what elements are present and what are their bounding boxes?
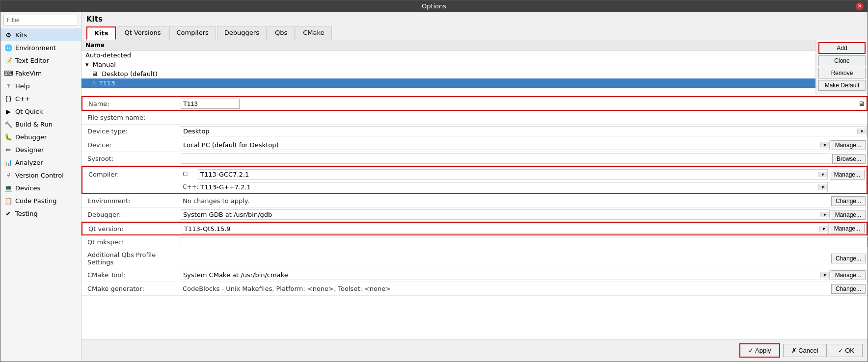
compiler-cpp-arrow[interactable]: ▾	[818, 184, 827, 190]
filter-input[interactable]	[3, 15, 78, 26]
tab-compilers[interactable]: Compilers	[169, 26, 216, 40]
sidebar-item-fakevim[interactable]: ⌨ FakeVim	[0, 67, 81, 79]
compiler-c-label: C:	[181, 171, 198, 178]
cmake-generator-change-button[interactable]: Change...	[831, 284, 866, 294]
expand-icon: ▾	[85, 61, 89, 68]
compiler-manage-button[interactable]: Manage...	[830, 170, 865, 180]
sidebar-item-kits[interactable]: ⚙ Kits	[0, 28, 81, 41]
sidebar-label-cpp: C++	[15, 95, 30, 103]
apply-button[interactable]: ✓ Apply	[739, 343, 780, 358]
cancel-button[interactable]: ✗ Cancel	[783, 344, 827, 357]
version-control-icon: ⑂	[4, 171, 12, 179]
sidebar-item-build-run[interactable]: 🔨 Build & Run	[0, 118, 81, 130]
device-dropdown[interactable]: Local PC (default for Desktop) ▾	[181, 140, 830, 150]
options-window: Options ✕ ⚙ Kits 🌐 Environment 📝 Text Ed…	[0, 0, 868, 362]
sidebar-label-analyzer: Analyzer	[15, 159, 43, 166]
device-type-dropdown[interactable]: Desktop ▾	[181, 126, 867, 136]
debugger-manage-button[interactable]: Manage...	[831, 210, 866, 220]
cmake-tool-arrow[interactable]: ▾	[820, 272, 829, 278]
filesystem-name-input[interactable]	[180, 112, 868, 123]
sidebar-item-qt-quick[interactable]: ▶ Qt Quick	[0, 105, 81, 118]
qt-version-manage-button[interactable]: Manage...	[830, 224, 865, 233]
sidebar-label-code-pasting: Code Pasting	[15, 197, 57, 205]
compiler-c-dropdown[interactable]: T113-GCC7.2.1 ▾	[198, 169, 828, 180]
compiler-row: Compiler: C: T113-GCC7.2.1 ▾ C++:	[81, 166, 868, 194]
compiler-lines: C: T113-GCC7.2.1 ▾ C++: T113-G++7.2.1	[181, 168, 830, 193]
filesystem-name-row: File system name:	[81, 111, 868, 125]
compiler-cpp-dropdown[interactable]: T113-G++7.2.1 ▾	[198, 182, 828, 192]
environment-change-button[interactable]: Change...	[831, 196, 866, 206]
cmake-tool-dropdown[interactable]: System CMake at /usr/bin/cmake ▾	[181, 270, 830, 280]
sysroot-label: Sysroot:	[81, 153, 180, 164]
right-panel: Kits Kits Qt Versions Compilers Debugger…	[81, 12, 868, 362]
kit-group-manual[interactable]: ▾ Manual	[81, 60, 815, 69]
tab-kits[interactable]: Kits	[86, 26, 116, 40]
sidebar-item-text-editor[interactable]: 📝 Text Editor	[0, 54, 81, 67]
sidebar-item-environment[interactable]: 🌐 Environment	[0, 41, 81, 54]
kit-buttons-panel: Add Clone Remove Make Default	[816, 40, 868, 94]
kit-group-auto-detected[interactable]: Auto-detected	[81, 51, 815, 60]
sidebar-item-designer[interactable]: ✏ Designer	[0, 143, 81, 156]
sidebar-label-fakevim: FakeVim	[15, 70, 42, 77]
environment-icon: 🌐	[4, 44, 12, 52]
sidebar-item-version-control[interactable]: ⑂ Version Control	[0, 169, 81, 181]
device-value: Local PC (default for Desktop)	[181, 140, 820, 150]
sidebar-item-cpp[interactable]: {} C++	[0, 92, 81, 105]
build-run-icon: 🔨	[4, 120, 12, 128]
name-input[interactable]	[181, 99, 240, 109]
qbs-profile-row: Additional Qbs Profile Settings Change..…	[81, 249, 868, 268]
titlebar: Options ✕	[0, 0, 868, 12]
device-label: Device:	[81, 139, 180, 151]
debugger-value: System GDB at /usr/bin/gdb	[181, 210, 820, 219]
debugger-dropdown[interactable]: System GDB at /usr/bin/gdb ▾	[181, 209, 830, 220]
cmake-generator-row: CMake generator: CodeBlocks - Unix Makef…	[81, 282, 868, 296]
remove-button[interactable]: Remove	[818, 68, 866, 78]
sidebar-item-testing[interactable]: ✔ Testing	[0, 207, 81, 220]
form-section: Name: 🖥 File system name:	[81, 94, 868, 298]
qt-mkspec-input[interactable]	[180, 237, 868, 247]
sidebar-item-code-pasting[interactable]: 📋 Code Pasting	[0, 194, 81, 207]
compiler-c-line: C: T113-GCC7.2.1 ▾	[181, 168, 830, 181]
device-arrow[interactable]: ▾	[820, 142, 829, 148]
kit-item-t113[interactable]: ⚠ T113	[81, 78, 815, 88]
device-type-arrow[interactable]: ▾	[857, 129, 866, 134]
compiler-c-arrow[interactable]: ▾	[818, 172, 827, 177]
tab-qt-versions[interactable]: Qt Versions	[117, 26, 168, 40]
sidebar-item-debugger[interactable]: 🐛 Debugger	[0, 130, 81, 143]
environment-row: Environment: No changes to apply. Change…	[81, 194, 868, 208]
sidebar-item-devices[interactable]: 💻 Devices	[0, 181, 81, 194]
sidebar-label-qt-quick: Qt Quick	[15, 108, 43, 115]
sidebar-label-testing: Testing	[15, 210, 38, 217]
cmake-tool-row: CMake Tool: System CMake at /usr/bin/cma…	[81, 268, 868, 282]
tab-qbs[interactable]: Qbs	[268, 26, 295, 40]
sysroot-input[interactable]	[181, 154, 831, 164]
make-default-button[interactable]: Make Default	[818, 80, 866, 91]
code-pasting-icon: 📋	[4, 197, 12, 205]
fakevim-icon: ⌨	[4, 69, 12, 77]
add-button[interactable]: Add	[818, 42, 866, 54]
tab-cmake[interactable]: CMake	[296, 26, 331, 40]
tab-debuggers[interactable]: Debuggers	[217, 26, 267, 40]
qbs-profile-change-button[interactable]: Change...	[831, 254, 866, 263]
qt-mkspec-row: Qt mkspec:	[81, 235, 868, 249]
sidebar-item-analyzer[interactable]: 📊 Analyzer	[0, 156, 81, 169]
kit-area: Name Auto-detected ▾ Manual 🖥 Desktop (d…	[81, 40, 868, 94]
device-type-row: Device type: Desktop ▾	[81, 125, 868, 138]
device-type-label: Device type:	[81, 126, 180, 137]
bottom-bar: ✓ Apply ✗ Cancel ✓ OK	[81, 339, 868, 362]
device-manage-button[interactable]: Manage...	[831, 140, 866, 150]
sysroot-browse-button[interactable]: Browse...	[832, 154, 866, 164]
kit-item-desktop[interactable]: 🖥 Desktop (default)	[81, 69, 815, 78]
qt-version-dropdown[interactable]: T113-Qt5.15.9 ▾	[182, 224, 829, 234]
clone-button[interactable]: Clone	[818, 55, 866, 66]
ok-button[interactable]: ✓ OK	[830, 344, 863, 357]
qt-version-value: T113-Qt5.15.9	[182, 224, 819, 233]
cmake-tool-manage-button[interactable]: Manage...	[831, 270, 866, 280]
cmake-generator-value: CodeBlocks - Unix Makefiles, Platform: <…	[180, 284, 831, 294]
qt-version-arrow[interactable]: ▾	[819, 226, 828, 232]
monitor-icon: 🖥	[91, 70, 98, 78]
sidebar-item-help[interactable]: ? Help	[0, 79, 81, 92]
text-editor-icon: 📝	[4, 56, 12, 64]
close-button[interactable]: ✕	[856, 2, 864, 10]
debugger-arrow[interactable]: ▾	[820, 212, 829, 217]
